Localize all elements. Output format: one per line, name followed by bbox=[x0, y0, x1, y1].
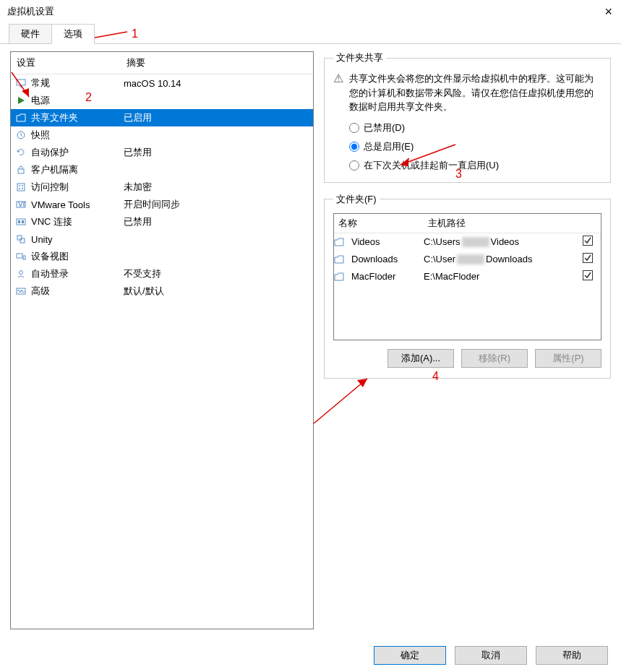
clock-icon bbox=[14, 130, 28, 140]
list-item-label: Unity bbox=[28, 234, 121, 245]
wave-icon bbox=[14, 286, 28, 296]
list-item[interactable]: 自动保护已禁用 bbox=[11, 144, 313, 161]
folder-name: Videos bbox=[351, 236, 424, 247]
folder-name: Downloads bbox=[351, 254, 424, 264]
svg-rect-19 bbox=[23, 256, 25, 259]
svg-rect-24 bbox=[583, 271, 593, 280]
titlebar: 虚拟机设置 × bbox=[0, 0, 621, 23]
list-item[interactable]: vmVMware Tools开启时间同步 bbox=[11, 196, 313, 213]
svg-rect-6 bbox=[17, 184, 25, 191]
play-icon bbox=[14, 95, 28, 105]
list-item-label: 客户机隔离 bbox=[28, 163, 121, 176]
folder-row[interactable]: DownloadsC:\UserDownloads bbox=[334, 251, 601, 268]
cancel-button[interactable]: 取消 bbox=[455, 646, 527, 665]
svg-text:vm: vm bbox=[18, 199, 26, 209]
svg-rect-0 bbox=[17, 79, 25, 85]
folder-row[interactable]: MacFloderE:\MacFloder bbox=[334, 268, 601, 285]
list-item-summary: 已禁用 bbox=[121, 146, 313, 159]
tab-options[interactable]: 选项 bbox=[51, 24, 95, 44]
radio-always-label: 总是启用(E) bbox=[364, 140, 414, 153]
close-icon[interactable]: × bbox=[604, 4, 612, 20]
list-item-summary: macOS 10.14 bbox=[121, 78, 313, 89]
list-item[interactable]: 快照 bbox=[11, 126, 313, 144]
list-item[interactable]: 客户机隔离 bbox=[11, 161, 313, 178]
list-header: 设置 摘要 bbox=[11, 52, 313, 74]
folder-name: MacFloder bbox=[351, 271, 424, 282]
svg-rect-14 bbox=[18, 220, 20, 223]
redacted-text bbox=[457, 254, 484, 264]
list-item-summary: 开启时间同步 bbox=[121, 198, 313, 211]
list-item-label: 设备视图 bbox=[28, 250, 121, 263]
folder-checkbox[interactable] bbox=[575, 253, 601, 265]
svg-rect-5 bbox=[18, 169, 24, 173]
folder-icon bbox=[334, 254, 351, 264]
list-item-label: 高级 bbox=[28, 285, 121, 298]
folder-icon bbox=[334, 272, 351, 282]
folder-icon bbox=[14, 113, 28, 123]
list-item[interactable]: 访问控制未加密 bbox=[11, 178, 313, 196]
remove-button[interactable]: 移除(R) bbox=[461, 349, 528, 368]
vm-icon: vm bbox=[14, 199, 28, 210]
col-header-device: 设置 bbox=[11, 52, 121, 74]
tab-hardware[interactable]: 硬件 bbox=[9, 24, 52, 44]
folder-checkbox[interactable] bbox=[575, 236, 601, 248]
radio-disabled[interactable]: 已禁用(D) bbox=[349, 121, 601, 134]
folders-col-name: 名称 bbox=[334, 214, 424, 233]
list-item-summary: 默认/默认 bbox=[121, 285, 313, 298]
list-item[interactable]: Unity bbox=[11, 231, 313, 248]
lock-icon bbox=[14, 165, 28, 175]
folder-checkbox[interactable] bbox=[575, 270, 601, 283]
keypad-icon bbox=[14, 182, 28, 192]
list-item-label: VMware Tools bbox=[28, 199, 121, 210]
list-item-label: 自动保护 bbox=[28, 146, 121, 159]
col-header-summary: 摘要 bbox=[121, 52, 313, 74]
folders-legend: 文件夹(F) bbox=[333, 193, 380, 206]
folders-group: 文件夹(F) 名称 主机路径 VideosC:\UsersVideosDownl… bbox=[324, 193, 611, 379]
radio-until-label: 在下次关机或挂起前一直启用(U) bbox=[364, 159, 499, 172]
list-item[interactable]: 设备视图 bbox=[11, 248, 313, 265]
add-button[interactable]: 添加(A)... bbox=[387, 349, 454, 368]
redacted-text bbox=[462, 237, 489, 247]
help-button[interactable]: 帮助 bbox=[536, 646, 608, 665]
list-item-label: 访问控制 bbox=[28, 181, 121, 194]
list-item[interactable]: 共享文件夹已启用 bbox=[11, 109, 313, 126]
list-item[interactable]: 自动登录不受支持 bbox=[11, 265, 313, 283]
sharing-legend: 文件夹共享 bbox=[333, 51, 386, 64]
svg-point-10 bbox=[22, 188, 23, 189]
folders-col-path: 主机路径 bbox=[424, 214, 575, 233]
dialog-buttonbar: 确定 取消 帮助 bbox=[374, 646, 608, 665]
list-item-label: 快照 bbox=[28, 129, 121, 142]
folder-path: C:\UsersVideos bbox=[424, 236, 575, 247]
list-item[interactable]: 电源 bbox=[11, 92, 313, 109]
list-item-summary: 已启用 bbox=[121, 111, 313, 124]
radio-always-input[interactable] bbox=[349, 142, 359, 152]
list-item[interactable]: 常规macOS 10.14 bbox=[11, 74, 313, 92]
svg-point-20 bbox=[20, 271, 23, 275]
vnc-icon bbox=[14, 217, 28, 227]
svg-point-7 bbox=[19, 185, 20, 186]
radio-always[interactable]: 总是启用(E) bbox=[349, 140, 601, 153]
svg-rect-15 bbox=[22, 220, 24, 223]
ok-button[interactable]: 确定 bbox=[374, 646, 446, 665]
sharing-warning: 共享文件夹会将您的文件显示给虚拟机中的程序。这可能为您的计算机和数据带来风险。请… bbox=[349, 72, 601, 114]
list-item[interactable]: 高级默认/默认 bbox=[11, 283, 313, 300]
svg-marker-2 bbox=[18, 97, 25, 104]
svg-rect-18 bbox=[17, 254, 22, 258]
svg-rect-13 bbox=[17, 219, 25, 225]
list-item-summary: 不受支持 bbox=[121, 267, 313, 280]
radio-until-input[interactable] bbox=[349, 160, 359, 171]
radio-disabled-input[interactable] bbox=[349, 123, 359, 133]
list-item[interactable]: VNC 连接已禁用 bbox=[11, 213, 313, 231]
folder-row[interactable]: VideosC:\UsersVideos bbox=[334, 233, 601, 251]
person-icon bbox=[14, 269, 28, 279]
svg-rect-16 bbox=[17, 236, 22, 240]
settings-list: 设置 摘要 常规macOS 10.14电源共享文件夹已启用快照自动保护已禁用客户… bbox=[10, 51, 314, 629]
radio-until[interactable]: 在下次关机或挂起前一直启用(U) bbox=[349, 159, 601, 172]
tab-bar: 硬件 选项 bbox=[0, 23, 621, 43]
props-button[interactable]: 属性(P) bbox=[535, 349, 601, 368]
list-item-summary: 未加密 bbox=[121, 181, 313, 194]
monitor-icon bbox=[14, 78, 28, 88]
svg-rect-23 bbox=[583, 254, 593, 263]
list-item-label: 电源 bbox=[28, 94, 121, 107]
folder-icon bbox=[334, 237, 351, 247]
